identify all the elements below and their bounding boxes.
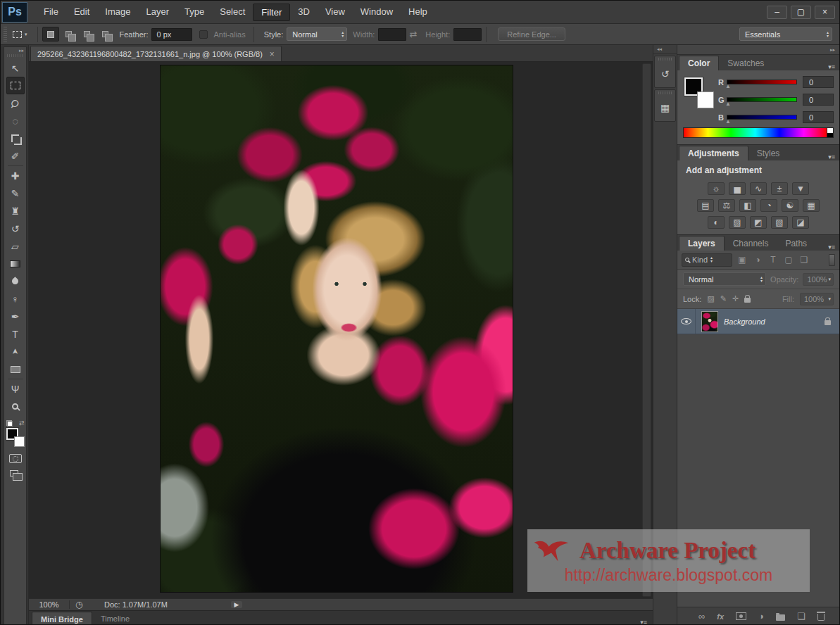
document-close-icon[interactable]: ×	[270, 49, 275, 59]
watermark-url[interactable]: http://archware.blogspot.com	[527, 566, 810, 585]
menu-image[interactable]: Image	[97, 4, 138, 21]
add-selection-button[interactable]	[61, 27, 77, 42]
quick-mask-button[interactable]	[9, 454, 22, 463]
toolbar-expand-icon[interactable]: ▸▸	[4, 47, 26, 53]
width-input[interactable]	[378, 28, 406, 41]
new-adjustment-layer-icon[interactable]: ◑	[758, 611, 764, 621]
levels-icon[interactable]: ▅	[729, 182, 746, 195]
new-layer-icon[interactable]: ❏	[797, 611, 805, 621]
adjustment-layer-filter-icon[interactable]: ◑	[752, 255, 763, 265]
tab-color[interactable]: Color	[679, 56, 719, 70]
type-tool[interactable]: T	[6, 325, 25, 343]
tab-timeline[interactable]: Timeline	[92, 612, 138, 625]
screen-mode-button[interactable]	[10, 470, 18, 476]
lasso-tool[interactable]: Ϙ	[6, 94, 25, 112]
smart-object-filter-icon[interactable]: ❏	[798, 255, 810, 265]
background-color-swatch[interactable]	[697, 91, 714, 108]
menu-layer[interactable]: Layer	[139, 4, 177, 21]
rectangle-tool[interactable]	[6, 360, 25, 378]
toolbar-gripper[interactable]	[7, 54, 24, 57]
gradient-map-icon[interactable]: ▧	[771, 216, 788, 229]
red-value-input[interactable]: 0	[803, 76, 834, 88]
type-layer-filter-icon[interactable]: T	[767, 255, 779, 265]
pixel-layer-filter-icon[interactable]: ▣	[736, 255, 748, 265]
eyedropper-tool[interactable]: ✐	[6, 147, 25, 165]
tab-channels[interactable]: Channels	[725, 236, 777, 251]
menu-select[interactable]: Select	[212, 4, 253, 21]
document-tab[interactable]: 295266_432361196800482_1732131661_n.jpg …	[30, 46, 282, 61]
zoom-level-field[interactable]: 100%	[29, 600, 70, 609]
lock-position-icon[interactable]: ✛	[732, 294, 739, 303]
pen-tool[interactable]: ✒	[6, 308, 25, 325]
tab-paths[interactable]: Paths	[777, 236, 815, 251]
tool-preset-picker[interactable]: ▾	[11, 31, 33, 38]
move-tool[interactable]: ↖	[6, 59, 25, 77]
canvas-area[interactable]	[29, 62, 653, 598]
background-color-swatch[interactable]	[14, 436, 25, 447]
intersect-selection-button[interactable]	[97, 27, 114, 42]
properties-panel-button[interactable]: ▦	[654, 89, 676, 122]
feather-input[interactable]: 0 px	[151, 28, 192, 41]
refine-edge-button[interactable]: Refine Edge...	[498, 27, 565, 41]
menu-file[interactable]: File	[36, 4, 66, 21]
minimize-button[interactable]: –	[767, 6, 787, 19]
gradient-tool[interactable]	[6, 255, 25, 272]
posterize-icon[interactable]: ▨	[729, 216, 746, 229]
hue-saturation-icon[interactable]: ▤	[697, 199, 714, 212]
black-white-icon[interactable]: ◧	[739, 199, 756, 212]
hand-tool[interactable]: Ψ	[6, 380, 25, 398]
subtract-selection-button[interactable]	[79, 27, 96, 42]
add-layer-mask-icon[interactable]	[736, 612, 746, 620]
filter-toggle-switch[interactable]	[829, 254, 835, 266]
selective-color-icon[interactable]: ◪	[792, 216, 809, 229]
status-options-arrow-icon[interactable]: ▶	[231, 601, 242, 608]
menu-3d[interactable]: 3D	[290, 4, 318, 21]
menu-type[interactable]: Type	[177, 4, 212, 21]
panel-menu-icon[interactable]: ▾≡	[640, 619, 647, 625]
menu-help[interactable]: Help	[401, 4, 435, 21]
eraser-tool[interactable]: ▱	[6, 237, 25, 255]
layer-thumbnail[interactable]	[701, 311, 718, 332]
green-value-input[interactable]: 0	[803, 94, 834, 106]
menu-filter[interactable]: Filter	[253, 4, 290, 21]
fill-select[interactable]: 100% ▾	[800, 293, 834, 305]
channel-mixer-icon[interactable]: ☯	[782, 199, 798, 212]
vertical-scrollbar[interactable]	[642, 63, 651, 597]
slider-thumb-icon[interactable]: ▲	[725, 84, 731, 89]
opacity-select[interactable]: 100% ▾	[803, 273, 834, 286]
red-slider[interactable]	[727, 80, 797, 84]
photo-canvas[interactable]	[161, 65, 513, 592]
crop-tool[interactable]	[6, 130, 25, 147]
rectangular-marquee-tool[interactable]	[6, 77, 25, 94]
antialias-checkbox[interactable]	[199, 30, 208, 39]
blue-slider[interactable]	[727, 115, 797, 120]
menu-edit[interactable]: Edit	[66, 4, 97, 21]
exposure-icon[interactable]: ±	[771, 182, 788, 195]
blend-mode-select[interactable]: Normal	[683, 272, 766, 286]
panel-menu-icon[interactable]: ▾≡	[828, 153, 835, 160]
dock-collapse-icon[interactable]: ◂◂	[653, 45, 677, 54]
threshold-icon[interactable]: ◩	[750, 216, 767, 229]
tab-layers[interactable]: Layers	[679, 236, 725, 251]
panel-menu-icon[interactable]: ▾≡	[828, 63, 835, 70]
swap-dimensions-icon[interactable]: ⇄	[409, 29, 417, 39]
blur-tool[interactable]	[6, 272, 25, 290]
history-brush-tool[interactable]: ↺	[6, 220, 25, 237]
height-input[interactable]	[453, 28, 482, 41]
curves-icon[interactable]: ∿	[750, 182, 767, 195]
shape-layer-filter-icon[interactable]: ▢	[783, 255, 794, 265]
menu-view[interactable]: View	[318, 4, 353, 21]
path-selection-tool[interactable]: ➤	[6, 343, 25, 360]
tab-adjustments[interactable]: Adjustments	[679, 146, 748, 160]
menu-window[interactable]: Window	[353, 4, 401, 21]
slider-thumb-icon[interactable]: ▲	[725, 119, 731, 125]
swap-colors-icon[interactable]: ⇄	[19, 419, 25, 427]
tab-swatches[interactable]: Swatches	[719, 56, 772, 70]
style-select[interactable]: Normal	[287, 27, 347, 41]
green-slider[interactable]	[727, 97, 797, 102]
invert-icon[interactable]: ◐	[708, 216, 725, 229]
blue-value-input[interactable]: 0	[803, 111, 834, 123]
photo-filter-icon[interactable]: ◔	[760, 199, 777, 212]
workspace-select[interactable]: Essentials	[739, 27, 832, 41]
close-button[interactable]: ×	[815, 6, 835, 19]
